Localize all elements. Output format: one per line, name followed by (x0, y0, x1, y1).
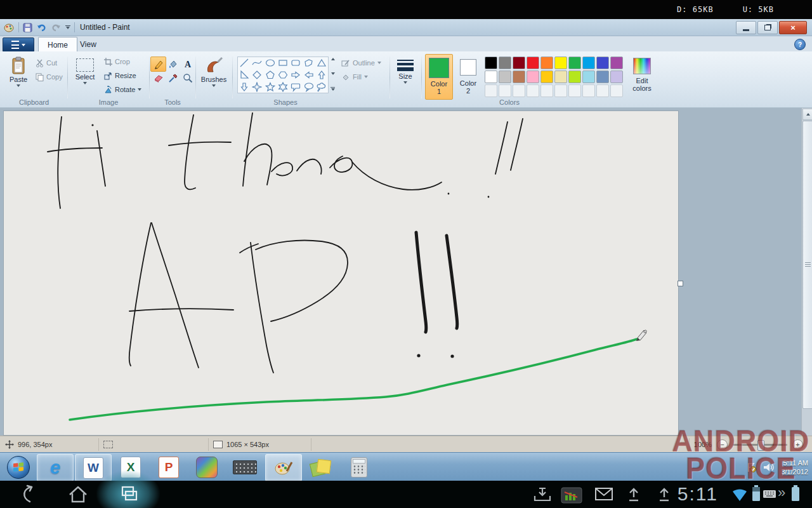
shape-curve[interactable] (252, 58, 262, 68)
palette-swatch[interactable] (513, 70, 525, 83)
scroll-up-icon[interactable] (331, 58, 335, 60)
palette-swatch[interactable] (485, 57, 497, 69)
shape-five-point-star[interactable] (265, 82, 275, 92)
color1-button[interactable]: Color 1 (425, 54, 453, 100)
palette-swatch[interactable] (499, 84, 511, 97)
shape-line[interactable] (239, 58, 249, 68)
palette-swatch[interactable] (513, 84, 525, 97)
gmail-notification-icon[interactable] (595, 487, 613, 501)
palette-swatch[interactable] (610, 84, 623, 97)
palette-swatch[interactable] (485, 84, 497, 97)
taskbar-paint[interactable] (265, 454, 302, 481)
shape-oval-callout[interactable] (304, 82, 314, 92)
save-button[interactable] (23, 23, 32, 32)
chevrons-icon[interactable]: » (778, 485, 785, 501)
palette-swatch[interactable] (485, 70, 497, 83)
palette-swatch[interactable] (540, 84, 553, 97)
shape-fill-button[interactable]: Fill (341, 70, 368, 83)
upload-notification-icon-2[interactable] (657, 487, 671, 502)
shape-rounded-callout[interactable] (291, 82, 301, 92)
zoom-in-button[interactable]: + (792, 439, 803, 450)
scroll-down-icon[interactable] (331, 72, 335, 75)
home-button[interactable] (67, 484, 89, 505)
palette-swatch[interactable] (596, 70, 609, 83)
volume-icon[interactable] (763, 462, 775, 472)
palette-swatch[interactable] (610, 57, 623, 69)
brushes-button[interactable]: Brushes (198, 54, 230, 87)
action-center-flag-icon[interactable] (745, 462, 757, 473)
magnifier-tool-button[interactable] (180, 70, 195, 86)
tab-view[interactable]: View (71, 37, 105, 51)
eraser-tool-button[interactable] (150, 70, 166, 86)
palette-swatch[interactable] (540, 70, 553, 83)
pencil-tool-button[interactable] (150, 57, 166, 72)
file-menu-button[interactable] (3, 37, 34, 52)
shape-outline-button[interactable]: Outline (341, 57, 381, 69)
palette-swatch[interactable] (527, 70, 539, 83)
palette-swatch[interactable] (540, 57, 553, 69)
shape-four-point-star[interactable] (252, 82, 262, 92)
restore-button[interactable] (757, 21, 778, 34)
minimize-button[interactable] (736, 21, 756, 34)
zoom-slider[interactable] (733, 444, 787, 446)
palette-swatch[interactable] (499, 57, 511, 69)
taskbar-media-gallery[interactable] (189, 454, 225, 480)
palette-swatch[interactable] (568, 57, 581, 69)
close-button[interactable]: × (779, 21, 807, 34)
taskbar-clock[interactable]: 5:11 AM 3/1/2012 (781, 458, 808, 476)
crop-button[interactable]: Crop (104, 55, 130, 68)
palette-swatch[interactable] (568, 70, 581, 83)
palette-swatch[interactable] (568, 84, 581, 97)
resize-button[interactable]: Resize (104, 69, 136, 82)
undo-button[interactable] (36, 23, 47, 32)
palette-swatch[interactable] (554, 70, 567, 83)
zoom-slider-thumb[interactable] (757, 440, 764, 451)
shape-rounded-rectangle[interactable] (291, 58, 301, 68)
text-tool-button[interactable]: A (180, 57, 195, 72)
shape-triangle[interactable] (317, 58, 327, 68)
color-picker-tool-button[interactable] (165, 70, 181, 86)
shape-pentagon[interactable] (265, 70, 275, 80)
palette-swatch[interactable] (582, 57, 595, 69)
canvas-drawing[interactable] (3, 110, 679, 436)
start-button[interactable] (3, 454, 34, 480)
shape-arrow-down[interactable] (239, 82, 249, 92)
rotate-button[interactable]: Rotate (104, 83, 141, 96)
vertical-scrollbar[interactable] (801, 108, 812, 436)
palette-swatch[interactable] (554, 84, 567, 97)
palette-swatch[interactable] (513, 57, 525, 69)
palette-swatch[interactable] (527, 57, 539, 69)
android-clock[interactable]: 5:11 (678, 483, 718, 505)
customize-qat-button[interactable] (65, 25, 70, 30)
palette-swatch[interactable] (527, 84, 539, 97)
shape-oval[interactable] (265, 58, 275, 68)
paste-button[interactable]: Paste (5, 54, 32, 87)
upload-notification-icon[interactable] (627, 487, 641, 502)
size-button[interactable]: Size (392, 54, 419, 84)
data-usage-notification-icon[interactable] (561, 487, 582, 504)
cut-button[interactable]: Cut (36, 57, 57, 69)
palette-swatch[interactable] (596, 57, 609, 69)
palette-swatch[interactable] (554, 57, 567, 69)
palette-swatch[interactable] (596, 84, 609, 97)
shape-rectangle[interactable] (278, 58, 288, 68)
scrollbar-up-button[interactable] (802, 109, 812, 120)
palette-swatch[interactable] (610, 70, 623, 83)
shape-arrow-right[interactable] (291, 70, 301, 80)
redo-button[interactable] (51, 23, 62, 32)
color2-button[interactable]: Color 2 (455, 54, 481, 95)
help-button[interactable]: ? (794, 39, 806, 50)
shape-diamond[interactable] (252, 70, 262, 80)
recent-apps-button[interactable] (118, 484, 140, 505)
back-button[interactable] (16, 484, 38, 505)
shape-arrow-up[interactable] (317, 70, 327, 80)
canvas-resize-handle[interactable] (678, 281, 683, 286)
taskbar-calculator[interactable] (341, 454, 377, 480)
copy-button[interactable]: Copy (36, 70, 63, 83)
shape-polygon[interactable] (304, 58, 314, 68)
shapes-more-button[interactable] (331, 87, 335, 91)
shape-right-triangle[interactable] (239, 70, 249, 80)
edit-colors-button[interactable]: Edit colors (628, 54, 656, 92)
zoom-out-button[interactable]: − (717, 439, 728, 450)
shape-hexagon[interactable] (278, 70, 288, 80)
